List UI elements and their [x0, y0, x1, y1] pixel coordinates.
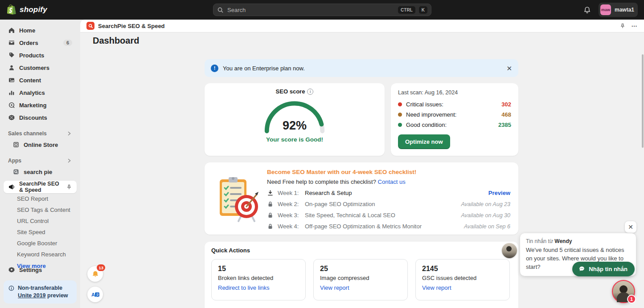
- sidebar-label: Home: [19, 27, 72, 34]
- qa-value: 2145: [422, 265, 503, 273]
- availability-date: Available on Sep 6: [464, 223, 510, 230]
- improvement-dot-icon: [398, 113, 402, 117]
- checklist-illustration: [211, 173, 261, 227]
- scrollbar[interactable]: [642, 54, 644, 148]
- translate-button[interactable]: A文: [87, 287, 103, 302]
- chat-sender-name: Wendy: [554, 238, 572, 244]
- search-pie-app-icon: [12, 169, 19, 175]
- gear-icon: [8, 267, 15, 273]
- week-row-4: Week 4: Off-page SEO Optimization & Metr…: [267, 223, 510, 230]
- preview-notice: Non-transferable Unite 2019 preview: [4, 280, 77, 304]
- sidebar-subitem-seo-tags[interactable]: SEO Tags & Content: [0, 204, 80, 215]
- lock-icon: [267, 212, 274, 219]
- sidebar-label: search pie: [24, 169, 72, 175]
- sidebar-item-analytics[interactable]: Analytics: [4, 86, 77, 99]
- notification-count-badge: 13: [97, 264, 105, 271]
- preview-link[interactable]: Preview: [488, 190, 510, 196]
- week-row-2: Week 2: On-page SEO Optimization Availab…: [267, 201, 510, 207]
- app-header-bar: SearchPie SEO & Speed ⋯: [80, 20, 644, 32]
- content-icon: [8, 77, 15, 84]
- sidebar-item-marketing[interactable]: Marketing: [4, 99, 77, 111]
- quick-action-image-compressed: 25 Image compressed View report: [313, 259, 408, 300]
- search-placeholder: Search: [227, 7, 394, 13]
- view-report-link[interactable]: View report: [422, 284, 503, 291]
- lock-icon: [267, 223, 274, 230]
- megaphone-icon: [8, 184, 15, 190]
- sidebar-item-home[interactable]: Home: [4, 24, 77, 36]
- sidebar-label: Content: [19, 77, 72, 84]
- qa-label: Broken links detected: [218, 275, 299, 281]
- week-label: Week 2:: [278, 201, 301, 207]
- app-notifications-button[interactable]: 13: [87, 266, 103, 282]
- notifications-bell-icon[interactable]: [583, 6, 591, 14]
- download-icon: [267, 190, 274, 196]
- sidebar-label: Products: [19, 52, 72, 59]
- sidebar-item-orders[interactable]: Orders 6: [4, 36, 77, 49]
- pin-icon[interactable]: [66, 184, 72, 190]
- week-row-3: Week 3: Site Speed, Technical & Local SE…: [267, 212, 510, 219]
- sidebar-subitem-url-control[interactable]: URL Control: [0, 215, 80, 227]
- chat-agent-avatar[interactable]: 1: [612, 280, 635, 303]
- page-title: Dashboard: [93, 36, 139, 46]
- notice-link[interactable]: Unite 2019: [18, 292, 46, 299]
- banner-info-icon: !: [211, 65, 218, 72]
- target-icon: [8, 102, 15, 109]
- sidebar-label: SearchPie SEO & Speed: [19, 181, 61, 193]
- sidebar-item-discounts[interactable]: Discounts: [4, 111, 77, 124]
- notice-line1: Non-transferable: [18, 285, 62, 291]
- scan-label: Need improvement:: [406, 111, 497, 118]
- pin-icon[interactable]: [619, 23, 626, 29]
- chat-close-icon[interactable]: ✕: [625, 221, 636, 233]
- last-scan-date: Last scan: Aug 16, 2024: [398, 89, 511, 96]
- sales-channels-heading: Sales channels: [8, 130, 47, 137]
- chat-from-label: Tin nhắn từ: [526, 238, 554, 244]
- sidebar-item-products[interactable]: Products: [4, 49, 77, 61]
- availability-date: Available on Aug 23: [461, 201, 510, 207]
- sidebar-item-search-pie[interactable]: search pie: [4, 166, 77, 178]
- seo-score-card: SEO score i 92% Your score is Good!: [205, 83, 385, 156]
- sidebar-item-searchpie-app[interactable]: SearchPie SEO & Speed: [4, 181, 77, 193]
- sales-channels-section[interactable]: Sales channels: [8, 130, 72, 137]
- discount-icon: [8, 114, 15, 121]
- apps-section[interactable]: Apps: [8, 157, 72, 164]
- shopify-logo[interactable]: shopify: [7, 4, 47, 15]
- qa-value: 15: [218, 265, 299, 273]
- quick-action-gsc-issues: 2145 GSC issues detected View report: [415, 259, 510, 300]
- view-report-link[interactable]: View report: [320, 284, 401, 291]
- chat-reply-button[interactable]: Nhập tin nhắn: [572, 262, 635, 276]
- week-name: Off-page SEO Optimization & Metrics Moni…: [305, 223, 460, 230]
- sidebar-subitem-keyword-research[interactable]: Keyword Research: [0, 249, 80, 260]
- seo-score-gauge: 92%: [261, 97, 328, 135]
- notice-suffix: preview: [46, 292, 68, 299]
- week-name: Site Speed, Technical & Local SEO: [305, 212, 457, 219]
- redirect-live-links-link[interactable]: Redirect to live links: [218, 284, 299, 291]
- quick-actions-title: Quick Actions: [211, 247, 512, 254]
- sidebar-subitem-seo-report[interactable]: SEO Report: [0, 193, 80, 204]
- sidebar-item-online-store[interactable]: Online Store: [4, 138, 77, 151]
- seo-score-title: SEO score: [276, 88, 305, 95]
- contact-us-link[interactable]: Contact us: [378, 178, 406, 185]
- seo-score-info-icon[interactable]: i: [307, 89, 313, 95]
- chat-unread-badge: 1: [627, 295, 636, 304]
- sidebar-item-customers[interactable]: Customers: [4, 61, 77, 74]
- user-avatar: maw: [600, 4, 611, 15]
- sidebar-item-settings[interactable]: Settings: [4, 263, 77, 276]
- tag-icon: [8, 52, 15, 59]
- sidebar-label: Analytics: [19, 89, 72, 96]
- shopify-bag-icon: [7, 4, 17, 15]
- global-search-input[interactable]: Search CTRL K: [213, 4, 431, 16]
- banner-close-icon[interactable]: ✕: [506, 65, 512, 72]
- sidebar-subitem-google-booster[interactable]: Google Booster: [0, 238, 80, 249]
- week-name: On-page SEO Optimization: [305, 201, 457, 207]
- person-icon: [8, 65, 15, 71]
- sidebar-subitem-site-speed[interactable]: Site Speed: [0, 227, 80, 238]
- optimize-now-button[interactable]: Optimize now: [398, 134, 450, 149]
- availability-date: Available on Aug 30: [461, 212, 510, 219]
- sidebar-item-content[interactable]: Content: [4, 74, 77, 86]
- plan-banner: ! You are on Enterprise plan now. ✕: [205, 59, 518, 77]
- user-menu[interactable]: maw mawta1: [599, 3, 638, 17]
- qa-value: 25: [320, 265, 401, 273]
- searchpie-app-icon: [86, 22, 94, 30]
- shortcut-k-key: K: [419, 6, 427, 14]
- more-options-icon[interactable]: ⋯: [631, 23, 638, 29]
